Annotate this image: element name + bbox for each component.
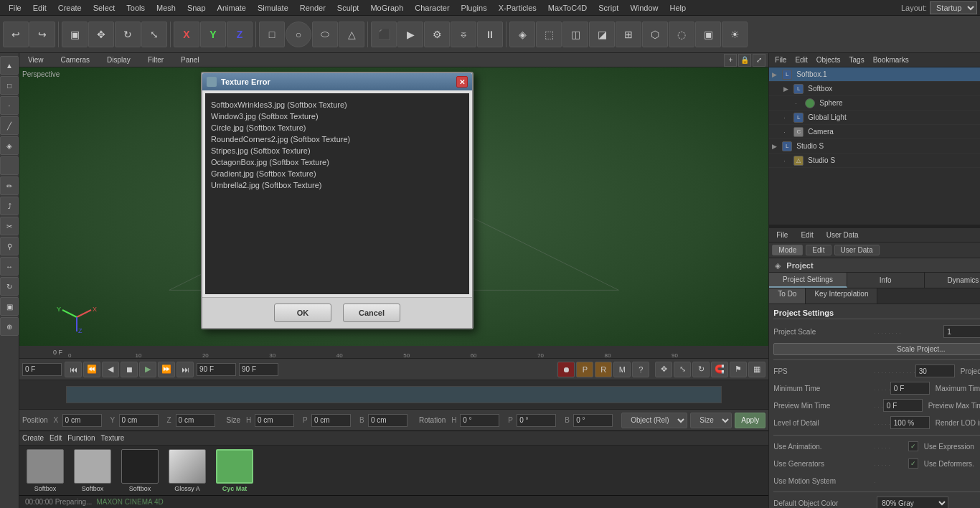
dialog-file-7: Umbrella2.jpg (Softbox Texture): [211, 179, 463, 191]
dialog-content: SoftboxWrinkles3.jpg (Softbox Texture) W…: [205, 93, 469, 294]
dialog-file-6: Gradient.jpg (Softbox Texture): [211, 168, 463, 179]
texture-error-dialog: Texture Error ✕ SoftboxWrinkles3.jpg (So…: [201, 72, 473, 329]
dialog-buttons: OK Cancel: [202, 297, 472, 328]
dialog-cancel-btn[interactable]: Cancel: [343, 304, 400, 322]
dialog-file-2: Circle.jpg (Softbox Texture): [211, 122, 463, 133]
dialog-overlay: Texture Error ✕ SoftboxWrinkles3.jpg (So…: [0, 0, 980, 508]
dialog-file-0: SoftboxWrinkles3.jpg (Softbox Texture): [211, 99, 463, 110]
dialog-file-3: RoundedCorners2.jpg (Softbox Texture): [211, 133, 463, 145]
dialog-ok-btn[interactable]: OK: [274, 304, 331, 322]
dialog-file-4: Stripes.jpg (Softbox Texture): [211, 145, 463, 156]
dialog-file-1: Window3.jpg (Softbox Texture): [211, 110, 463, 122]
dialog-title: Texture Error: [221, 77, 456, 86]
dialog-file-5: OctagonBox.jpg (Softbox Texture): [211, 156, 463, 168]
dialog-close-btn[interactable]: ✕: [456, 76, 468, 88]
dialog-app-icon: [207, 77, 217, 87]
dialog-titlebar: Texture Error ✕: [202, 73, 472, 90]
